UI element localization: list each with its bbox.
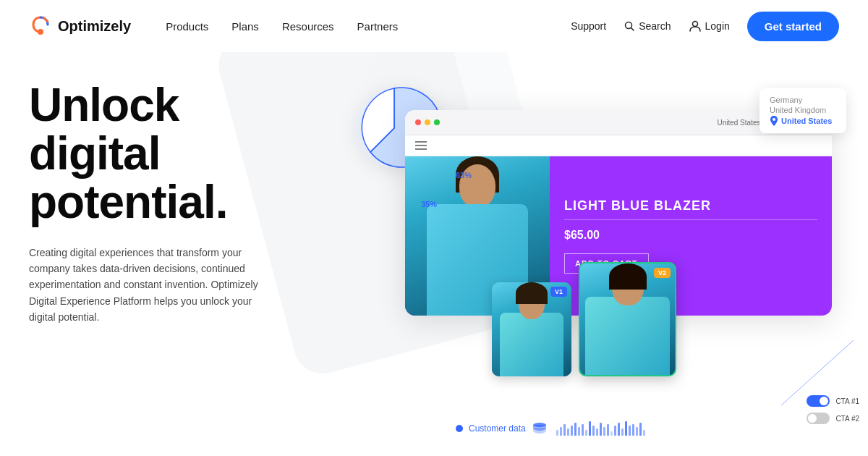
bar-17 (614, 426, 616, 436)
location-uk[interactable]: United Kingdom (770, 106, 836, 114)
hero-title: Unlock digital potential. (29, 81, 304, 227)
login-button[interactable]: Login (689, 20, 730, 33)
location-dropdown: Germany United Kingdom United States (760, 88, 846, 133)
v1-percent: 35% (421, 200, 437, 208)
bar-23 (636, 427, 638, 436)
bar-25 (643, 430, 645, 436)
get-started-button[interactable]: Get started (747, 12, 839, 41)
bar-7 (578, 427, 580, 436)
v1-panel: V1 (492, 282, 571, 376)
hero-section: Unlock digital potential. Creating digit… (0, 52, 868, 456)
bar-13 (600, 423, 602, 436)
cta2-row: CTA #2 (807, 413, 859, 424)
browser-dots (415, 119, 440, 125)
user-icon (689, 20, 702, 33)
logo-icon (29, 14, 52, 38)
nav-plans[interactable]: Plans (231, 20, 259, 33)
nav-products[interactable]: Products (166, 20, 208, 33)
bar-3 (563, 424, 566, 436)
navbar: Optimizely Products Plans Resources Part… (0, 0, 868, 52)
nav-partners[interactable]: Partners (357, 20, 399, 33)
hero-description: Creating digital experiences that transf… (29, 245, 275, 326)
bar-16 (610, 431, 613, 436)
maximize-dot (434, 119, 440, 125)
cta2-toggle[interactable] (807, 413, 830, 424)
data-label: Customer data (469, 423, 526, 434)
location-us[interactable]: United States (770, 116, 836, 126)
bar-20 (625, 421, 627, 436)
search-button[interactable]: Search (624, 20, 671, 32)
bar-9 (585, 430, 587, 436)
svg-point-3 (692, 22, 697, 27)
logo[interactable]: Optimizely (29, 14, 131, 38)
bar-4 (567, 428, 569, 436)
cta2-knob (808, 414, 817, 423)
location-germany[interactable]: Germany (770, 96, 836, 104)
v2-badge: V2 (654, 268, 671, 278)
brand-name: Optimizely (58, 18, 131, 35)
product-title: LIGHT BLUE BLAZER (564, 198, 817, 214)
v1-badge: V1 (550, 287, 567, 297)
data-dot (456, 425, 463, 432)
svg-point-0 (38, 29, 43, 35)
hamburger-icon (415, 141, 427, 150)
germany-label: Germany (770, 96, 802, 104)
nav-links: Products Plans Resources Partners (166, 20, 571, 33)
hero-content: Unlock digital potential. Creating digit… (0, 52, 304, 456)
bar-22 (632, 424, 634, 436)
minimize-dot (425, 119, 430, 125)
svg-point-14 (773, 118, 775, 121)
hero-visual: 35% 63% V1 (304, 52, 868, 456)
v2-percent: 63% (456, 171, 472, 180)
bar-5 (571, 426, 573, 436)
nav-resources[interactable]: Resources (282, 20, 334, 33)
data-bars (556, 421, 645, 436)
search-icon (624, 20, 635, 32)
bar-24 (639, 423, 642, 436)
bar-12 (596, 428, 598, 436)
store-nav-bar (405, 135, 832, 156)
bar-21 (629, 426, 631, 436)
cta1-label: CTA #1 (835, 397, 859, 405)
bar-14 (603, 427, 605, 436)
variant-panels: V1 V2 (492, 262, 676, 376)
cta1-toggle[interactable] (807, 395, 830, 407)
bar-1 (556, 430, 558, 436)
us-label: United States (781, 117, 832, 125)
close-dot (415, 119, 421, 125)
uk-label: United Kingdom (770, 106, 826, 114)
bar-8 (582, 424, 584, 436)
cta1-row: CTA #1 (807, 395, 859, 407)
v2-annotation: 63% (456, 168, 472, 181)
cta1-knob (820, 397, 828, 405)
nav-right: Support Search Login Get started (571, 12, 839, 41)
bar-2 (560, 427, 562, 436)
bar-11 (592, 426, 595, 436)
data-stack-icon (532, 422, 548, 435)
login-label: Login (705, 20, 730, 32)
bar-19 (621, 428, 624, 436)
bar-18 (618, 423, 620, 436)
v1-annotation: 35% (421, 197, 437, 210)
bar-10 (589, 421, 591, 436)
support-link[interactable]: Support (571, 20, 606, 32)
bar-15 (607, 424, 609, 436)
data-bar-section: Customer data (456, 421, 645, 436)
location-pin-icon (770, 116, 778, 126)
bar-6 (574, 423, 576, 436)
cta-toggles: CTA #1 CTA #2 (807, 395, 859, 424)
search-label: Search (639, 20, 671, 32)
product-divider (564, 219, 817, 220)
v2-panel: V2 (579, 262, 676, 376)
cta2-label: CTA #2 (835, 415, 859, 423)
svg-line-2 (631, 28, 634, 31)
connector-line (723, 311, 868, 456)
product-price: $65.00 (564, 229, 817, 242)
